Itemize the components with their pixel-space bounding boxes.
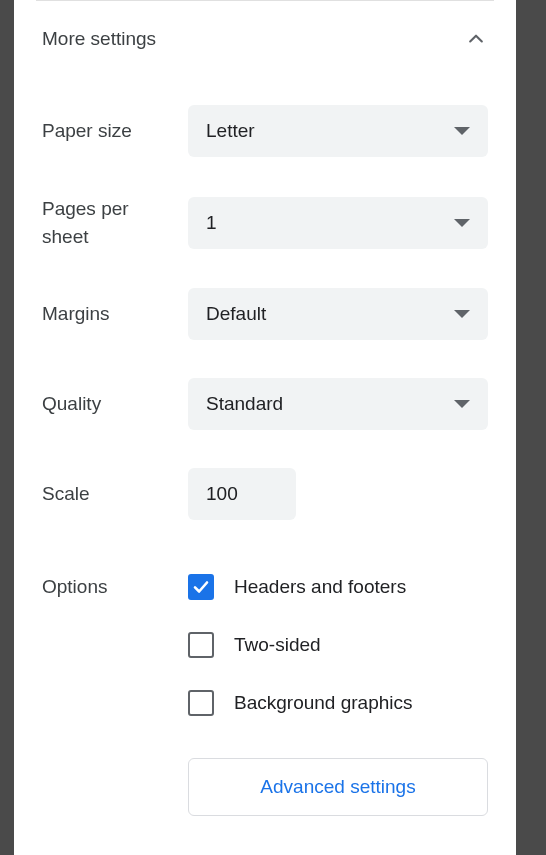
background-graphics-option[interactable]: Background graphics: [188, 690, 488, 716]
print-settings-panel: More settings Paper size Letter Pages pe…: [14, 0, 516, 855]
options-label: Options: [42, 574, 188, 716]
dropdown-icon: [454, 219, 470, 227]
margins-label: Margins: [42, 300, 188, 328]
quality-value: Standard: [206, 393, 283, 415]
pages-per-sheet-row: Pages per sheet 1: [42, 195, 488, 250]
margins-select[interactable]: Default: [188, 288, 488, 340]
options-block: Options Headers and footers Two-sided Ba…: [42, 574, 488, 716]
scale-input[interactable]: [188, 468, 296, 520]
headers-footers-label: Headers and footers: [234, 576, 406, 598]
checkbox-unchecked-icon: [188, 690, 214, 716]
margins-value: Default: [206, 303, 266, 325]
pages-per-sheet-value: 1: [206, 212, 217, 234]
checkbox-checked-icon: [188, 574, 214, 600]
two-sided-label: Two-sided: [234, 634, 321, 656]
chevron-up-icon: [464, 27, 488, 51]
dropdown-icon: [454, 127, 470, 135]
quality-select[interactable]: Standard: [188, 378, 488, 430]
more-settings-title: More settings: [42, 28, 156, 50]
dropdown-icon: [454, 310, 470, 318]
quality-row: Quality Standard: [42, 378, 488, 430]
paper-size-row: Paper size Letter: [42, 105, 488, 157]
more-settings-header[interactable]: More settings: [42, 1, 488, 77]
two-sided-option[interactable]: Two-sided: [188, 632, 488, 658]
paper-size-value: Letter: [206, 120, 255, 142]
scale-label: Scale: [42, 480, 188, 508]
margins-row: Margins Default: [42, 288, 488, 340]
pages-per-sheet-select[interactable]: 1: [188, 197, 488, 249]
dropdown-icon: [454, 400, 470, 408]
paper-size-select[interactable]: Letter: [188, 105, 488, 157]
background-graphics-label: Background graphics: [234, 692, 413, 714]
options-list: Headers and footers Two-sided Background…: [188, 574, 488, 716]
paper-size-label: Paper size: [42, 117, 188, 145]
quality-label: Quality: [42, 390, 188, 418]
advanced-wrapper: Advanced settings: [188, 758, 488, 816]
checkbox-unchecked-icon: [188, 632, 214, 658]
advanced-settings-button[interactable]: Advanced settings: [188, 758, 488, 816]
pages-per-sheet-label: Pages per sheet: [42, 195, 188, 250]
scale-row: Scale: [42, 468, 488, 520]
headers-footers-option[interactable]: Headers and footers: [188, 574, 488, 600]
